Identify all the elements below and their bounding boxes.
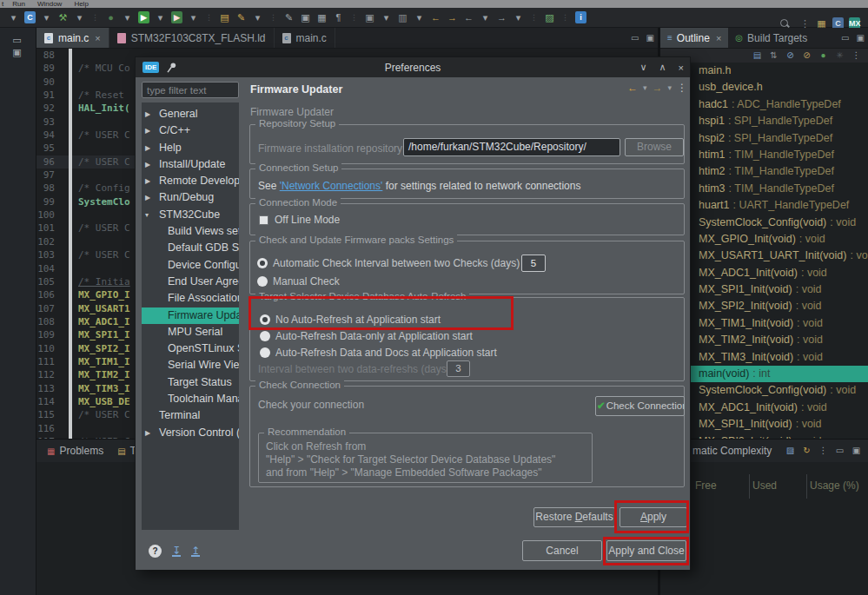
filter-input[interactable]	[142, 82, 239, 98]
outline-item[interactable]: MX_ADC1_Init(void): void	[660, 265, 868, 281]
maximize-icon[interactable]: ▣	[851, 445, 862, 457]
check-interval-field[interactable]: 5	[521, 255, 546, 272]
repository-path-field[interactable]: /home/furkan/STM32Cube/Repository/	[403, 138, 620, 156]
dropdown-caret-icon[interactable]: ▾	[122, 11, 133, 23]
tree-item-toolchain-manag[interactable]: Toolchain Manag	[142, 391, 239, 407]
tab-problems[interactable]: ▦ Problems	[40, 445, 110, 457]
run-icon[interactable]: ▶	[138, 11, 149, 23]
menu-item-run[interactable]: Run	[12, 0, 25, 8]
copy-icon[interactable]: ▣	[300, 11, 311, 23]
dropdown-caret-icon[interactable]: ▾	[252, 11, 263, 23]
check-connection-button[interactable]: ✔Check Connection	[595, 396, 685, 416]
restore-defaults-button[interactable]: Restore Defaults	[533, 507, 615, 527]
maximize-icon[interactable]: ▣	[857, 33, 865, 43]
back-icon[interactable]: ←	[627, 82, 638, 94]
refresh-data-docs-radio[interactable]	[260, 347, 270, 358]
column-usage[interactable]: Usage (%)	[810, 479, 859, 492]
outline-item[interactable]: MX_TIM1_Init(void): void	[660, 315, 868, 332]
forward-caret-icon[interactable]: ▾	[668, 83, 673, 92]
refresh-icon[interactable]: ↻	[801, 445, 812, 457]
skip-breakpoints-icon[interactable]: ▣	[364, 11, 375, 23]
automatic-check-radio[interactable]	[257, 258, 268, 268]
close-tab-icon[interactable]: ×	[716, 33, 721, 43]
export-icon[interactable]: ↥	[191, 546, 200, 557]
outline-item[interactable]: main.h	[660, 63, 868, 79]
expand-arrow-icon[interactable]: ▶	[145, 173, 150, 189]
outline-item[interactable]: main(void): int	[660, 366, 868, 382]
forward-history-icon[interactable]: →	[496, 11, 507, 23]
outline-item[interactable]: MX_TIM2_Init(void): void	[660, 332, 868, 348]
expand-arrow-icon[interactable]: ▾	[145, 207, 149, 223]
expand-arrow-icon[interactable]: ▶	[145, 140, 150, 156]
manual-check-radio[interactable]	[257, 276, 268, 287]
tree-item-run-debug[interactable]: ▶Run/Debug	[142, 189, 239, 206]
view-menu-icon[interactable]: ⋮	[818, 445, 829, 457]
tree-item-remote-developm[interactable]: ▶Remote Developm	[142, 173, 239, 189]
minimize-icon[interactable]: ▭	[841, 33, 849, 43]
tree-item-target-status[interactable]: Target Status	[142, 374, 239, 391]
close-tab-icon[interactable]: ×	[95, 33, 100, 43]
dropdown-caret-icon[interactable]: ▾	[188, 11, 199, 23]
collapse-all-icon[interactable]: ▤	[752, 50, 763, 62]
dropdown-caret-icon[interactable]: ▾	[480, 11, 491, 23]
offline-mode-checkbox[interactable]	[259, 215, 268, 225]
new-c-file-icon[interactable]: C	[24, 11, 36, 23]
tree-item-help[interactable]: ▶Help	[142, 140, 239, 156]
tree-item-serial-wire-viewe[interactable]: Serial Wire Viewe	[142, 357, 239, 374]
tree-item-install-update[interactable]: ▶Install/Update	[142, 156, 239, 173]
outline-item[interactable]: SystemClock_Config(void): void	[660, 215, 868, 231]
tree-item-build-views-setti[interactable]: Build Views setti	[142, 223, 239, 240]
tree-item-firmware-updat[interactable]: Firmware Updat	[142, 307, 239, 324]
network-connections-link[interactable]: 'Network Connections'	[280, 180, 383, 192]
dropdown-caret-icon[interactable]: ▾	[381, 11, 392, 23]
unshade-icon[interactable]: ∧	[659, 62, 666, 73]
view-menu-icon[interactable]: ⋮	[851, 50, 862, 62]
back-history-icon[interactable]: ←	[463, 11, 474, 23]
sort-icon[interactable]: ⇅	[768, 50, 779, 62]
back-caret-icon[interactable]: ▾	[643, 83, 647, 92]
screenshot-icon[interactable]: ▨	[544, 11, 555, 23]
offline-mode-label[interactable]: Off Line Mode	[275, 214, 340, 226]
menu-item-help[interactable]: Help	[74, 0, 88, 8]
column-used[interactable]: Used	[752, 479, 777, 492]
outline-item[interactable]: hspi1: SPI_HandleTypeDef	[660, 113, 868, 129]
tree-item-version-control-te[interactable]: ▶Version Control (Te	[142, 425, 239, 441]
menu-item-partial[interactable]: t	[2, 0, 3, 8]
outline-item[interactable]: huart1: UART_HandleTypeDef	[660, 197, 868, 214]
dropdown-caret-icon[interactable]: ▾	[74, 11, 85, 23]
cancel-button[interactable]: Cancel	[522, 540, 602, 561]
help-icon[interactable]: ?	[149, 545, 162, 558]
back-annotation-icon[interactable]: ←	[430, 11, 441, 23]
outline-item[interactable]: MX_GPIO_Init(void): void	[660, 231, 868, 248]
outline-item[interactable]: hadc1: ADC_HandleTypeDef	[660, 96, 868, 113]
expand-arrow-icon[interactable]: ▶	[145, 122, 150, 139]
outline-item[interactable]: MX_USART1_UART_Init(void): void	[660, 248, 868, 264]
debug-icon[interactable]: ●	[105, 11, 116, 23]
tab-flash-ld[interactable]: STM32F103C8TX_FLASH.ld	[109, 28, 275, 48]
info-icon[interactable]: i	[575, 11, 586, 23]
outline-item[interactable]: usb_device.h	[660, 79, 868, 96]
refresh-data-only-label[interactable]: Auto-Refresh Data-only at Application st…	[275, 330, 473, 342]
tab-main-c[interactable]: c main.c ×	[36, 28, 109, 48]
outline-item[interactable]: MX_SPI2_Init(void): void	[660, 298, 868, 314]
outline-item[interactable]: MX_TIM3_Init(void): void	[660, 349, 868, 366]
minimize-view-icon[interactable]: ▭	[11, 34, 23, 46]
profile-icon[interactable]: ▶	[171, 11, 182, 23]
refresh-interval-field[interactable]: 3	[447, 360, 470, 377]
tree-item-c-c-[interactable]: ▶C/C++	[142, 122, 239, 139]
tab-build-targets[interactable]: ◎ Build Targets	[728, 28, 814, 48]
refresh-data-docs-label[interactable]: Auto-Refresh Data and Docs at Applicatio…	[275, 347, 497, 359]
hide-static-icon[interactable]: ⊘	[801, 50, 812, 62]
tree-item-default-gdb-ser[interactable]: Default GDB Ser	[142, 240, 239, 256]
import-image-icon[interactable]: ▨	[785, 445, 796, 457]
outline-item[interactable]: MX_ADC1_Init(void): void	[660, 400, 868, 416]
outline-item[interactable]: hspi2: SPI_HandleTypeDef	[660, 130, 868, 147]
outline-item[interactable]: MX_SPI1_Init(void): void	[660, 281, 868, 298]
maximize-icon[interactable]: ▣	[646, 33, 654, 43]
tree-item-terminal[interactable]: Terminal	[142, 407, 239, 424]
restore-view-icon[interactable]: ▣	[11, 46, 23, 58]
pencil-icon[interactable]: ✎	[283, 11, 295, 23]
pilcrow-icon[interactable]: ¶	[333, 11, 344, 23]
tree-item-end-user-agreem[interactable]: End User Agreem	[142, 274, 239, 290]
hide-non-public-icon[interactable]: ●	[818, 50, 829, 62]
